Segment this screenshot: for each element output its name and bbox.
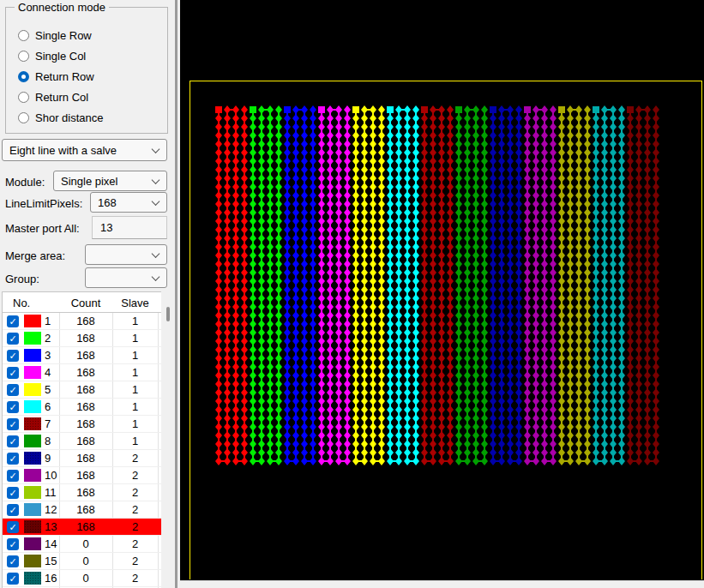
radio-return-col[interactable]: Return Col — [6, 87, 167, 107]
line-limit-pixels-value: 168 — [98, 196, 117, 209]
cell-slave: 1 — [112, 330, 158, 347]
row-checkbox[interactable]: ✓ — [7, 315, 19, 327]
cell-slave: 2 — [112, 467, 158, 484]
cell-count: 168 — [59, 347, 112, 364]
row-checkbox[interactable]: ✓ — [7, 350, 19, 362]
cell-no: 6 — [45, 399, 51, 416]
port-8-wire — [459, 110, 484, 461]
canvas-scrollbar-track[interactable] — [180, 580, 704, 588]
row-checkbox[interactable]: ✓ — [7, 333, 19, 345]
row-checkbox[interactable]: ✓ — [7, 504, 19, 516]
port-4-wire — [322, 110, 347, 461]
pixel-map-canvas[interactable] — [180, 0, 704, 588]
cell-no: 13 — [45, 519, 57, 536]
table-row[interactable]: ✓121682 — [3, 501, 161, 519]
table-row[interactable]: ✓91682 — [3, 450, 161, 467]
table-row[interactable]: ✓51681 — [3, 381, 161, 399]
table-scrollbar-track[interactable] — [162, 293, 174, 588]
row-checkbox[interactable]: ✓ — [7, 401, 19, 413]
port-1-pixels — [215, 105, 248, 465]
row-checkbox[interactable]: ✓ — [7, 367, 19, 379]
row-checkbox[interactable]: ✓ — [7, 418, 19, 430]
cell-no: 12 — [45, 501, 57, 519]
line-limit-pixels-select[interactable]: 168 — [90, 192, 167, 213]
table-row[interactable]: ✓71681 — [3, 416, 161, 433]
row-checkbox[interactable]: ✓ — [7, 435, 19, 447]
row-checkbox[interactable]: ✓ — [7, 384, 19, 396]
radio-unselected-icon[interactable] — [18, 112, 29, 123]
table-row[interactable]: ✓31681 — [3, 347, 161, 364]
cell-count: 168 — [59, 467, 112, 484]
cell-count: 168 — [59, 399, 112, 416]
row-checkbox[interactable]: ✓ — [7, 538, 19, 550]
port-7-pixels — [421, 105, 454, 465]
table-row[interactable]: ✓81681 — [3, 433, 161, 450]
radio-single-row[interactable]: Single Row — [6, 25, 167, 45]
radio-shor-distance[interactable]: Shor distance — [6, 107, 167, 128]
table-row[interactable]: ✓21681 — [3, 330, 161, 347]
table-row[interactable]: ✓1602 — [3, 570, 161, 587]
port-2-pixels — [250, 105, 282, 465]
row-checkbox[interactable]: ✓ — [7, 555, 19, 567]
radio-label: Return Row — [35, 70, 94, 83]
table-row[interactable]: ✓61681 — [3, 399, 161, 416]
module-select[interactable]: Single pixel — [53, 171, 167, 191]
table-row[interactable]: ✓1502 — [3, 553, 161, 570]
color-swatch — [24, 486, 41, 499]
group-select[interactable] — [85, 267, 167, 288]
row-checkbox[interactable]: ✓ — [7, 470, 19, 482]
table-row[interactable]: ✓101682 — [3, 467, 161, 484]
cell-slave: 1 — [112, 381, 158, 399]
header-count: Count — [59, 292, 112, 313]
radio-label: Shor distance — [35, 111, 104, 124]
module-value: Single pixel — [61, 175, 118, 188]
port-12-wire — [596, 110, 622, 461]
row-checkbox[interactable]: ✓ — [7, 521, 19, 533]
chevron-down-icon — [152, 197, 160, 206]
color-swatch — [24, 400, 41, 413]
cell-slave: 2 — [112, 484, 158, 501]
cell-slave: 1 — [112, 433, 158, 450]
table-row[interactable]: ✓1402 — [3, 536, 161, 553]
port-13-pixels — [627, 105, 659, 465]
cell-no: 11 — [45, 484, 57, 501]
table-row[interactable]: ✓41681 — [3, 364, 161, 381]
row-checkbox[interactable]: ✓ — [7, 573, 19, 585]
table-row[interactable]: ✓11681 — [3, 313, 161, 330]
connection-mode-options: Single RowSingle ColReturn RowReturn Col… — [6, 25, 167, 128]
cell-slave: 1 — [112, 416, 158, 433]
cell-no: 7 — [45, 416, 51, 433]
port-7-wire — [424, 110, 450, 461]
cell-count: 168 — [59, 313, 112, 330]
cell-slave: 2 — [112, 570, 158, 587]
table-scrollbar-thumb[interactable] — [166, 307, 170, 321]
radio-unselected-icon[interactable] — [18, 92, 29, 103]
radio-return-row[interactable]: Return Row — [6, 66, 167, 87]
port-10-pixels — [524, 105, 557, 465]
port-4-pixels — [318, 105, 351, 465]
merge-area-select[interactable] — [85, 244, 167, 265]
cell-no: 2 — [45, 330, 51, 347]
connection-mode-title: Connection mode — [15, 1, 109, 14]
row-checkbox[interactable]: ✓ — [7, 487, 19, 499]
port-11-wire — [562, 110, 587, 461]
chevron-down-icon — [152, 176, 160, 184]
cell-count: 0 — [59, 536, 112, 553]
module-label: Module: — [5, 176, 45, 189]
wiring-preset-select[interactable]: Eight line with a salve — [2, 139, 167, 161]
radio-unselected-icon[interactable] — [18, 51, 29, 62]
port-5-pixels — [352, 105, 385, 465]
radio-unselected-icon[interactable] — [18, 30, 29, 41]
port-10-wire — [527, 110, 553, 461]
master-port-all-input[interactable]: 13 — [92, 216, 167, 239]
line-limit-pixels-label: LineLimitPixels: — [5, 197, 82, 210]
row-checkbox[interactable]: ✓ — [7, 453, 19, 465]
port-2-wire — [253, 110, 279, 461]
connection-mode-group: Connection mode Single RowSingle ColRetu… — [5, 7, 168, 134]
color-swatch — [24, 537, 41, 550]
table-row[interactable]: ✓131682 — [3, 519, 161, 536]
table-row[interactable]: ✓111682 — [3, 484, 161, 501]
radio-selected-icon[interactable] — [18, 71, 29, 82]
radio-single-col[interactable]: Single Col — [6, 45, 167, 66]
pixel-map-svg[interactable] — [180, 0, 704, 588]
